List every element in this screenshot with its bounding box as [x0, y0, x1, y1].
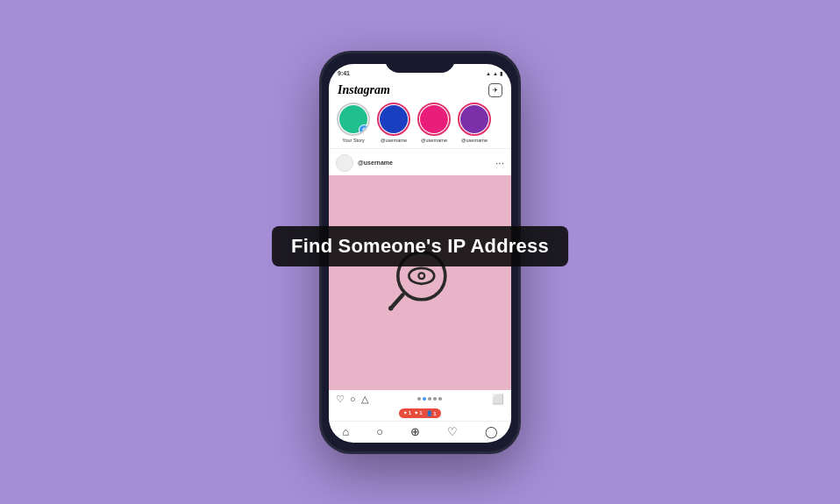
nav-profile-icon[interactable]: ◯ [485, 425, 498, 438]
post-image [329, 175, 511, 390]
dot-3 [428, 397, 431, 401]
badge-person: 👤 1 [426, 410, 437, 416]
likes-badge: ♥ 1 ♥ 1 👤 1 [399, 408, 440, 418]
instagram-logo: Instagram [338, 83, 390, 97]
your-story-label: Your Story [342, 138, 364, 143]
nav-search-icon[interactable]: ○ [376, 425, 383, 438]
battery-icon: ▮ [500, 70, 502, 76]
scene: 9:41 ▲ ▲ ▮ Instagram ✈ + [0, 0, 840, 504]
svg-line-4 [392, 295, 403, 307]
story-1-label: @username [381, 138, 407, 143]
action-icons: ♡ ○ △ ⬜ [336, 394, 504, 405]
post-actions: ♡ ○ △ ⬜ [329, 390, 511, 407]
story-your-story[interactable]: + Your Story [336, 103, 371, 143]
post-username: @username [358, 160, 393, 166]
share-icon[interactable]: △ [361, 394, 368, 405]
post-user: @username [336, 154, 393, 172]
title-text: Find Someone's IP Address [291, 235, 549, 257]
story-3-avatar [458, 103, 491, 136]
your-story-avatar: + [337, 103, 370, 136]
post-avatar [336, 154, 353, 172]
pagination-dots [374, 397, 487, 401]
story-2-avatar [417, 103, 451, 136]
bookmark-icon[interactable]: ⬜ [492, 394, 504, 405]
divider [329, 148, 511, 149]
comment-icon[interactable]: ○ [350, 394, 356, 404]
status-time: 9:41 [338, 70, 350, 76]
dot-1 [417, 397, 421, 401]
story-1-avatar [377, 103, 410, 136]
title-overlay: Find Someone's IP Address [272, 226, 568, 266]
story-1[interactable]: @username [376, 103, 411, 143]
story-2-label: @username [421, 138, 447, 143]
wifi-icon: ▲ [493, 71, 498, 76]
story-3-label: @username [461, 138, 488, 143]
signal-icon: ▲ [486, 71, 491, 76]
messenger-icon[interactable]: ✈ [488, 83, 502, 97]
heart-icon[interactable]: ♡ [336, 394, 345, 405]
dot-5 [438, 397, 442, 401]
story-2[interactable]: @username [416, 103, 452, 143]
post-header: @username ··· [329, 151, 511, 175]
nav-heart-icon[interactable]: ♡ [447, 425, 458, 438]
dot-4 [433, 397, 437, 401]
status-icons: ▲ ▲ ▮ [486, 70, 502, 76]
likes-badge-row: ♥ 1 ♥ 1 👤 1 [329, 407, 511, 421]
ig-header: Instagram ✈ [329, 82, 511, 99]
badge-heart: ♥ 1 [403, 410, 411, 415]
story-3[interactable]: @username [457, 103, 492, 143]
dot-2 [423, 397, 426, 401]
stories-row: + Your Story @username @username [329, 99, 511, 146]
phone-notch [385, 53, 455, 73]
nav-add-icon[interactable]: ⊕ [410, 425, 420, 438]
nav-home-icon[interactable]: ⌂ [342, 425, 349, 438]
badge-like: ♥ 1 [415, 410, 423, 415]
post-more-icon[interactable]: ··· [495, 158, 504, 168]
bottom-nav: ⌂ ○ ⊕ ♡ ◯ [329, 421, 511, 443]
svg-point-3 [420, 274, 424, 279]
svg-point-5 [388, 306, 393, 310]
